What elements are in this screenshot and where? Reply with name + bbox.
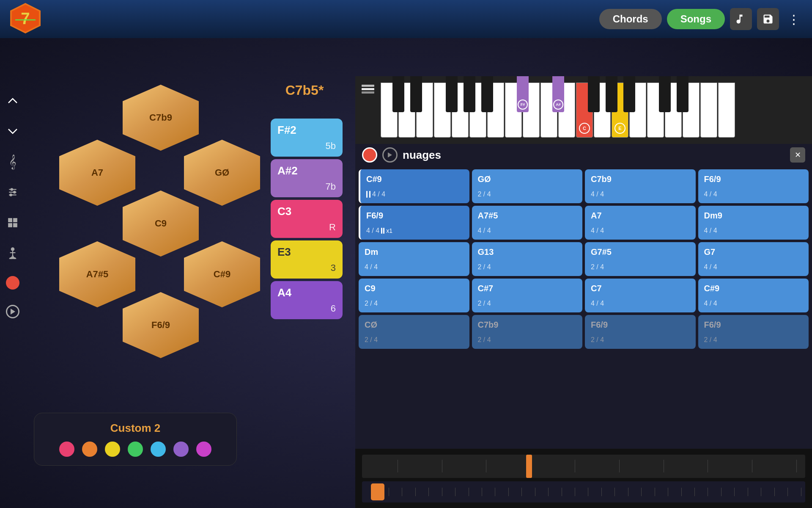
white-key[interactable] xyxy=(594,83,611,138)
svg-rect-12 xyxy=(8,223,12,227)
svg-rect-22 xyxy=(362,91,374,94)
svg-rect-13 xyxy=(13,223,17,227)
white-key[interactable] xyxy=(469,83,486,138)
color-dot-blue[interactable] xyxy=(151,442,166,457)
timeline-bar-top[interactable] xyxy=(362,455,805,478)
hex-C7b9[interactable]: C7b9 xyxy=(123,85,199,151)
more-options-button[interactable]: ⋮ xyxy=(784,12,804,27)
chord-tile-2[interactable]: C7b9 4 / 4 xyxy=(585,169,696,203)
chord-tile-1[interactable]: GØ 2 / 4 xyxy=(472,169,583,203)
header-buttons: Chords Songs ⋮ xyxy=(599,8,804,30)
piano-keyboard: C E xyxy=(355,76,812,144)
sidebar: 𝄞 xyxy=(0,76,25,508)
svg-point-7 xyxy=(14,191,15,193)
record-small-button[interactable] xyxy=(362,147,377,163)
color-dot-magenta[interactable] xyxy=(196,442,211,457)
white-key-E-active[interactable]: E xyxy=(612,83,628,138)
white-key[interactable] xyxy=(647,83,664,138)
hex-A7[interactable]: A7 xyxy=(59,140,135,206)
svg-text:7: 7 xyxy=(21,9,30,28)
color-dot-orange[interactable] xyxy=(82,442,97,457)
svg-marker-19 xyxy=(11,309,15,315)
chord-card-A2[interactable]: A#2 7b xyxy=(271,159,343,197)
white-key[interactable] xyxy=(398,83,415,138)
chord-card-C3[interactable]: C3 R xyxy=(271,200,343,238)
chord-tile-15[interactable]: C#9 4 / 4 xyxy=(698,279,809,312)
grid-icon[interactable] xyxy=(5,215,20,230)
chord-card-A4[interactable]: A4 6 xyxy=(271,281,343,319)
chord-tile-3[interactable]: F6/9 4 / 4 xyxy=(698,169,809,203)
chord-tile-7[interactable]: Dm9 4 / 4 xyxy=(698,206,809,240)
white-key[interactable] xyxy=(558,83,575,138)
chord-tile-0[interactable]: C#9 4 / 4 xyxy=(359,169,469,203)
person-icon[interactable] xyxy=(5,246,20,261)
color-dot-green[interactable] xyxy=(128,442,143,457)
song-header: nuages ✕ xyxy=(355,144,812,166)
chord-tile-13[interactable]: C#7 2 / 4 xyxy=(472,279,583,312)
chord-card-E3[interactable]: E3 3 xyxy=(271,240,343,279)
chord-tile-4[interactable]: F6/9 4 / 4 x1 xyxy=(359,206,469,240)
white-key[interactable] xyxy=(523,83,540,138)
white-key[interactable] xyxy=(718,83,735,138)
color-dot-pink[interactable] xyxy=(59,442,74,457)
music-note-button[interactable] xyxy=(730,8,752,30)
chord-tile-5[interactable]: A7#5 4 / 4 xyxy=(472,206,583,240)
chords-button[interactable]: Chords xyxy=(599,9,662,29)
chord-tile-17[interactable]: C7b9 2 / 4 xyxy=(472,315,583,349)
chord-tile-9[interactable]: G13 2 / 4 xyxy=(472,242,583,276)
timeline-bar-bottom[interactable] xyxy=(362,481,805,502)
white-key[interactable] xyxy=(540,83,557,138)
hex-C9[interactable]: C9 xyxy=(123,190,199,257)
chevron-up-icon[interactable] xyxy=(5,93,20,108)
white-key[interactable] xyxy=(434,83,451,138)
white-key-C-active[interactable]: C xyxy=(576,83,593,138)
play-button-sidebar[interactable] xyxy=(6,305,19,318)
chord-tile-10[interactable]: G7#5 2 / 4 xyxy=(585,242,696,276)
layer-icon[interactable] xyxy=(359,80,376,99)
svg-rect-10 xyxy=(8,218,12,222)
treble-clef-icon[interactable]: 𝄞 xyxy=(5,154,20,169)
play-small-button[interactable] xyxy=(382,147,398,163)
hex-F6-9[interactable]: F6/9 xyxy=(123,292,199,358)
timeline-marker[interactable] xyxy=(526,455,532,478)
white-key[interactable] xyxy=(683,83,700,138)
color-dot-purple[interactable] xyxy=(173,442,189,457)
white-key[interactable] xyxy=(381,83,398,138)
save-button[interactable] xyxy=(757,8,779,30)
white-key[interactable] xyxy=(487,83,504,138)
hex-Csharp9[interactable]: C#9 xyxy=(184,241,260,307)
color-dot-yellow[interactable] xyxy=(105,442,120,457)
scroll-handle[interactable] xyxy=(371,483,384,500)
chord-tile-19[interactable]: F6/9 2 / 4 xyxy=(698,315,809,349)
white-key[interactable] xyxy=(505,83,522,138)
white-key[interactable] xyxy=(416,83,433,138)
mixer-icon[interactable] xyxy=(5,185,20,200)
chord-tile-18[interactable]: F6/9 2 / 4 xyxy=(585,315,696,349)
chord-tile-16[interactable]: CØ 2 / 4 xyxy=(359,315,469,349)
main-area: 𝄞 xyxy=(0,38,812,508)
songs-button[interactable]: Songs xyxy=(667,9,725,29)
chord-tile-12[interactable]: C9 2 / 4 xyxy=(359,279,469,312)
timeline-area xyxy=(355,449,812,508)
hex-GO[interactable]: GØ xyxy=(184,140,260,206)
chord-tile-8[interactable]: Dm 4 / 4 xyxy=(359,242,469,276)
white-key[interactable] xyxy=(700,83,717,138)
header: 7 Chords Songs ⋮ xyxy=(0,0,812,38)
chord-tile-6[interactable]: A7 4 / 4 xyxy=(585,206,696,240)
chevron-down-icon[interactable] xyxy=(5,124,20,139)
hex-grid-container: C7b9 A7 GØ C9 A7#5 C#9 F6/9 xyxy=(34,85,271,296)
svg-point-5 xyxy=(11,188,13,190)
chord-tile-11[interactable]: G7 4 / 4 xyxy=(698,242,809,276)
record-button[interactable] xyxy=(6,276,19,290)
note-label-E: E xyxy=(614,123,625,134)
white-key[interactable] xyxy=(665,83,682,138)
logo[interactable]: 7 xyxy=(8,1,51,37)
close-button[interactable]: ✕ xyxy=(790,147,805,163)
hex-A7sharp5[interactable]: A7#5 xyxy=(59,241,135,307)
song-panel: nuages ✕ C#9 4 / 4 GØ 2 / 4 C7b9 4 / 4 xyxy=(355,144,812,449)
white-key[interactable] xyxy=(452,83,469,138)
chord-card-F2[interactable]: F#2 5b xyxy=(271,119,343,157)
chord-tile-14[interactable]: C7 4 / 4 xyxy=(585,279,696,312)
color-dots xyxy=(47,442,224,457)
white-key[interactable] xyxy=(629,83,646,138)
